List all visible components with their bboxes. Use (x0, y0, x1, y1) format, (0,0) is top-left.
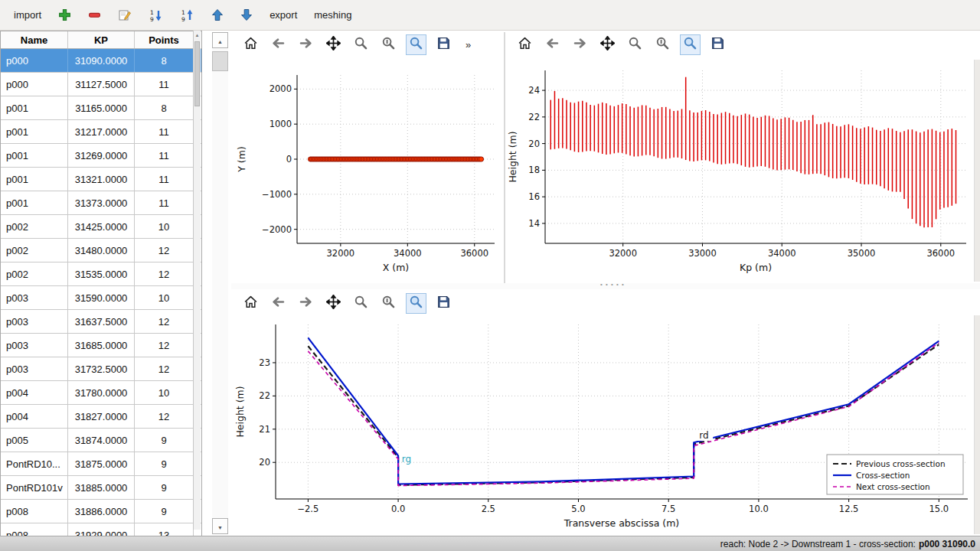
edit-button[interactable] (113, 5, 136, 25)
cell-points[interactable]: 12 (135, 405, 194, 428)
table-scroll-up-icon[interactable] (194, 31, 201, 40)
cell-name[interactable]: p001 (1, 168, 68, 191)
cell-kp[interactable]: 31780.0000 (68, 381, 135, 404)
cell-kp[interactable]: 31685.0000 (68, 334, 135, 357)
cell-points[interactable]: 12 (135, 239, 194, 262)
cell-kp[interactable]: 31535.0000 (68, 262, 135, 285)
cell-points[interactable]: 8 (135, 96, 194, 119)
cell-name[interactable]: p002 (1, 215, 68, 238)
cell-name[interactable]: p003 (1, 334, 68, 357)
panel-scroll-down-button[interactable] (212, 518, 228, 534)
cell-kp[interactable]: 31373.0000 (68, 191, 135, 214)
panel-scrollbar[interactable] (212, 32, 228, 534)
cell-name[interactable]: p001 (1, 191, 68, 214)
pan-button[interactable] (597, 34, 618, 55)
horizontal-splitter[interactable] (231, 283, 980, 289)
table-row[interactable]: p00231480.000012 (1, 239, 201, 262)
cell-points[interactable]: 9 (135, 452, 194, 475)
home-button[interactable] (240, 34, 261, 55)
zoom-original-button[interactable] (378, 34, 399, 55)
meshing-button[interactable]: meshing (309, 6, 356, 24)
cell-points[interactable]: 10 (135, 215, 194, 238)
import-button[interactable]: import (9, 6, 46, 24)
table-row[interactable]: p00231425.000010 (1, 215, 201, 239)
cell-name[interactable]: p001 (1, 120, 68, 143)
table-row[interactable]: p00131165.00008 (1, 96, 201, 120)
table-row[interactable]: PontRD10...31875.00009 (1, 452, 201, 476)
sort-descending-button[interactable]: 19 (175, 5, 199, 25)
table-row[interactable]: p00131321.000011 (1, 168, 201, 191)
cell-points[interactable]: 11 (135, 73, 194, 96)
cell-points[interactable]: 11 (135, 144, 194, 167)
table-row[interactable]: p00331637.500012 (1, 310, 201, 334)
cell-kp[interactable]: 31732.5000 (68, 357, 135, 380)
cell-kp[interactable]: 31885.0000 (68, 476, 135, 499)
cell-points[interactable]: 12 (135, 334, 194, 357)
table-row[interactable]: p00431780.000010 (1, 381, 201, 405)
cell-points[interactable]: 9 (135, 476, 194, 499)
zoom-button[interactable] (351, 34, 371, 55)
cell-kp[interactable]: 31127.5000 (68, 73, 135, 96)
move-down-button[interactable] (236, 5, 257, 24)
cell-kp[interactable]: 31165.0000 (68, 96, 135, 119)
forward-button[interactable] (296, 34, 316, 55)
table-row[interactable]: p00331590.000010 (1, 286, 201, 310)
longitudinal-profile-plot[interactable]: 3200033000340003500036000141618202224Kp … (505, 58, 980, 283)
zoom-rect-button[interactable] (406, 293, 426, 314)
cell-kp[interactable]: 31480.0000 (68, 239, 135, 262)
cell-points[interactable]: 10 (135, 286, 194, 309)
cell-name[interactable]: p005 (1, 429, 68, 452)
cell-points[interactable]: 8 (135, 49, 194, 72)
cell-kp[interactable]: 31874.0000 (68, 429, 135, 452)
zoom-rect-button[interactable] (406, 34, 426, 55)
cell-name[interactable]: p008 (1, 500, 68, 523)
cell-name[interactable]: p001 (1, 144, 68, 167)
toolbar-overflow-chevron[interactable]: » (466, 39, 471, 51)
panel-scroll-thumb[interactable] (212, 51, 228, 71)
table-row[interactable]: p00231535.000012 (1, 262, 201, 286)
cell-points[interactable]: 12 (135, 357, 194, 380)
cell-points[interactable]: 10 (135, 381, 194, 404)
save-button[interactable] (433, 34, 454, 55)
add-button[interactable] (54, 5, 76, 24)
cross-section-plot[interactable]: −2.50.02.55.07.510.012.515.020212223Tran… (231, 317, 980, 536)
export-button[interactable]: export (265, 6, 302, 24)
cell-name[interactable]: p002 (1, 262, 68, 285)
cell-points[interactable]: 11 (135, 120, 194, 143)
plan-view-plot[interactable]: 320003400036000−2000−1000010002000X (m)Y… (231, 58, 504, 283)
table-row[interactable]: p00831886.00009 (1, 500, 201, 523)
table-row[interactable]: p00131217.000011 (1, 120, 201, 144)
cell-kp[interactable]: 31875.0000 (68, 452, 135, 475)
table-row[interactable]: p00131373.000011 (1, 191, 201, 215)
table-row[interactable]: p00331732.500012 (1, 357, 201, 381)
cell-points[interactable]: 9 (135, 429, 194, 452)
pan-button[interactable] (323, 34, 344, 55)
cell-kp[interactable]: 31217.0000 (68, 120, 135, 143)
home-button[interactable] (240, 293, 261, 314)
cell-name[interactable]: p003 (1, 286, 68, 309)
cell-kp[interactable]: 31886.0000 (68, 500, 135, 523)
move-up-button[interactable] (207, 5, 228, 24)
table-scroll-thumb[interactable] (194, 41, 200, 106)
zoom-rect-button[interactable] (680, 34, 701, 55)
column-header-kp[interactable]: KP (68, 31, 135, 48)
table-row[interactable]: p00131269.000011 (1, 144, 201, 168)
cell-name[interactable]: PontRD10... (1, 452, 68, 475)
cell-kp[interactable]: 31321.0000 (68, 168, 135, 191)
forward-button[interactable] (570, 34, 590, 55)
cell-points[interactable]: 9 (135, 500, 194, 523)
forward-button[interactable] (296, 293, 316, 314)
table-row[interactable]: p00331685.000012 (1, 334, 201, 357)
cell-name[interactable]: p004 (1, 381, 68, 404)
table-row[interactable]: PontRD101v31885.00009 (1, 476, 201, 500)
table-row[interactable]: p00531874.00009 (1, 429, 201, 452)
table-scrollbar[interactable] (193, 31, 201, 530)
cell-name[interactable]: p001 (1, 96, 68, 119)
panel-scroll-up-button[interactable] (212, 32, 228, 48)
cell-kp[interactable]: 31269.0000 (68, 144, 135, 167)
cell-kp[interactable]: 31425.0000 (68, 215, 135, 238)
sort-ascending-button[interactable]: 19 (144, 5, 168, 25)
back-button[interactable] (542, 34, 563, 55)
remove-button[interactable] (83, 5, 106, 24)
cell-name[interactable]: p004 (1, 405, 68, 428)
